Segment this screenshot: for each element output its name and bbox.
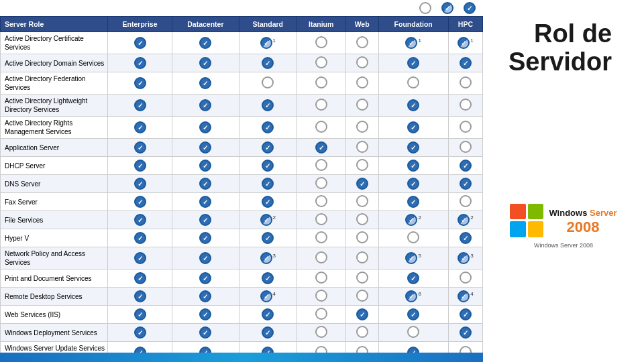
cell-web xyxy=(345,288,378,306)
cell-hpc xyxy=(448,139,482,157)
cell-web xyxy=(345,269,378,288)
page-title: Rol de Servidor xyxy=(508,20,619,76)
col-itanium: Itanium xyxy=(297,17,345,32)
cell-datacenter xyxy=(172,247,239,269)
table-row: Active Directory Certificate Services111 xyxy=(1,32,483,54)
cell-foundation xyxy=(378,306,448,324)
cell-standard xyxy=(239,72,297,95)
cell-hpc xyxy=(448,54,482,72)
cell-datacenter xyxy=(172,117,239,139)
cell-hpc xyxy=(448,193,482,211)
cell-role: Active Directory Rights Management Servi… xyxy=(1,117,108,139)
cell-web xyxy=(345,324,378,342)
windows-server-text: Windows Server 2008 xyxy=(549,208,616,236)
cell-web xyxy=(345,95,378,117)
cell-hpc xyxy=(448,229,482,247)
cell-itanium xyxy=(297,54,345,72)
cell-datacenter xyxy=(172,175,239,193)
key-none-icon xyxy=(419,2,431,14)
cell-hpc: 4 xyxy=(448,288,482,306)
cell-foundation: 2 xyxy=(378,211,448,229)
cell-role: Active Directory Domain Services xyxy=(1,54,108,72)
right-section: Rol de Servidor Windows Server 2008 W xyxy=(483,0,644,362)
main-container: Server Role Enterprise Datacenter Standa… xyxy=(0,0,644,362)
cell-web xyxy=(345,306,378,324)
cell-foundation xyxy=(378,324,448,342)
server-label: Server xyxy=(590,208,616,218)
windows-name: Windows xyxy=(549,208,587,218)
key-partial-icon xyxy=(441,2,453,14)
cell-itanium xyxy=(297,247,345,269)
cell-datacenter xyxy=(172,54,239,72)
cell-role: Fax Server xyxy=(1,193,108,211)
cell-itanium xyxy=(297,324,345,342)
cell-standard: 4 xyxy=(239,288,297,306)
cell-role: Network Policy and Access Services xyxy=(1,247,108,269)
cell-enterprise xyxy=(108,32,172,54)
cell-foundation xyxy=(378,193,448,211)
server-year: 2008 xyxy=(567,219,600,235)
cell-hpc xyxy=(448,324,482,342)
cell-datacenter xyxy=(172,306,239,324)
cell-itanium xyxy=(297,95,345,117)
cell-datacenter xyxy=(172,32,239,54)
key-not-available xyxy=(419,2,433,14)
cell-enterprise xyxy=(108,117,172,139)
cell-itanium xyxy=(297,269,345,288)
table-row: Hyper V xyxy=(1,229,483,247)
cell-web xyxy=(345,72,378,95)
table-row: File Services222 xyxy=(1,211,483,229)
table-header-row: Server Role Enterprise Datacenter Standa… xyxy=(1,17,483,32)
cell-enterprise xyxy=(108,247,172,269)
title-line2: Servidor xyxy=(508,48,612,76)
col-web: Web xyxy=(345,17,378,32)
cell-standard xyxy=(239,269,297,288)
cell-role: Web Services (IIS) xyxy=(1,306,108,324)
table-row: Web Services (IIS) xyxy=(1,306,483,324)
cell-role: Active Directory Certificate Services xyxy=(1,32,108,54)
table-row: Print and Document Services xyxy=(1,269,483,288)
cell-itanium xyxy=(297,229,345,247)
cell-standard xyxy=(239,139,297,157)
cell-web xyxy=(345,247,378,269)
cell-web xyxy=(345,193,378,211)
cell-enterprise xyxy=(108,269,172,288)
windows-logo: Windows Server 2008 Windows Server 2008 xyxy=(503,197,623,255)
cell-enterprise xyxy=(108,211,172,229)
cell-datacenter xyxy=(172,288,239,306)
cell-foundation xyxy=(378,95,448,117)
cell-web xyxy=(345,211,378,229)
cell-enterprise xyxy=(108,72,172,95)
cell-web xyxy=(345,139,378,157)
col-datacenter: Datacenter xyxy=(172,17,239,32)
cell-standard: 2 xyxy=(239,211,297,229)
windows-subtext: Windows Server 2008 xyxy=(534,242,593,249)
cell-datacenter xyxy=(172,211,239,229)
cell-hpc xyxy=(448,117,482,139)
cell-role: File Services xyxy=(1,211,108,229)
cell-role: Hyper V xyxy=(1,229,108,247)
col-hpc: HPC xyxy=(448,17,482,32)
cell-foundation xyxy=(378,269,448,288)
cell-foundation xyxy=(378,117,448,139)
col-server-role: Server Role xyxy=(1,17,108,32)
cell-foundation xyxy=(378,229,448,247)
cell-datacenter xyxy=(172,157,239,175)
key-bar xyxy=(0,0,483,16)
cell-itanium xyxy=(297,72,345,95)
bottom-bar xyxy=(0,353,483,362)
table-row: DNS Server xyxy=(1,175,483,193)
table-row: Network Policy and Access Services353 xyxy=(1,247,483,269)
cell-datacenter xyxy=(172,229,239,247)
cell-standard xyxy=(239,306,297,324)
cell-hpc xyxy=(448,306,482,324)
cell-enterprise xyxy=(108,288,172,306)
cell-enterprise xyxy=(108,193,172,211)
key-partial xyxy=(441,2,455,14)
cell-itanium xyxy=(297,157,345,175)
cell-standard xyxy=(239,324,297,342)
cell-enterprise xyxy=(108,139,172,157)
cell-standard xyxy=(239,117,297,139)
cell-itanium xyxy=(297,32,345,54)
cell-standard xyxy=(239,95,297,117)
